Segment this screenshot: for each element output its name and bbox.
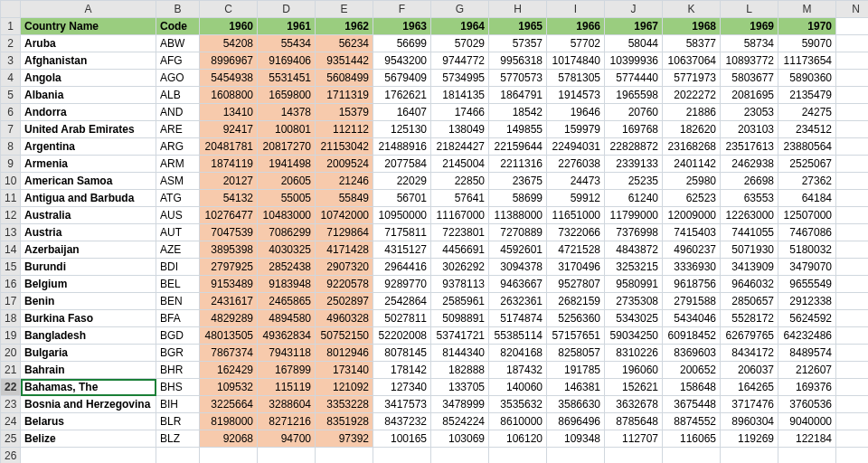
value-cell[interactable]: 10950000 bbox=[373, 207, 431, 224]
row-header-21[interactable]: 21 bbox=[1, 362, 21, 379]
header-cell[interactable]: Code bbox=[156, 18, 200, 35]
country-name-cell[interactable]: Bahrain bbox=[21, 362, 156, 379]
value-cell[interactable]: 64184 bbox=[778, 190, 836, 207]
value-cell[interactable]: 173140 bbox=[316, 362, 373, 379]
value-cell[interactable]: 103069 bbox=[431, 430, 489, 448]
value-cell[interactable]: 23168268 bbox=[663, 138, 721, 156]
value-cell[interactable]: 59912 bbox=[547, 190, 605, 207]
header-cell[interactable]: 1967 bbox=[605, 18, 663, 35]
value-cell[interactable]: 5679409 bbox=[373, 70, 431, 87]
value-cell[interactable]: 4960237 bbox=[663, 241, 721, 259]
value-cell[interactable]: 9580991 bbox=[605, 276, 663, 293]
value-cell[interactable]: 9351442 bbox=[316, 52, 373, 70]
value-cell[interactable]: 57641 bbox=[431, 190, 489, 207]
value-cell[interactable]: 23053 bbox=[721, 104, 778, 121]
value-cell[interactable]: 7175811 bbox=[373, 224, 431, 241]
value-cell[interactable]: 5180032 bbox=[778, 241, 836, 259]
value-cell[interactable]: 62679765 bbox=[721, 327, 778, 345]
value-cell[interactable]: 9220578 bbox=[316, 276, 373, 293]
value-cell[interactable]: 10174840 bbox=[547, 52, 605, 70]
value-cell[interactable]: 19646 bbox=[547, 104, 605, 121]
value-cell[interactable]: 1914573 bbox=[547, 87, 605, 104]
value-cell[interactable]: 3675448 bbox=[663, 396, 721, 413]
value-cell[interactable]: 152621 bbox=[605, 379, 663, 396]
spreadsheet-grid[interactable]: ABCDEFGHIJKLMN1Country NameCode196019611… bbox=[0, 0, 868, 463]
value-cell[interactable]: 14378 bbox=[258, 104, 316, 121]
row-header-18[interactable]: 18 bbox=[1, 310, 21, 327]
country-code-cell[interactable]: ALB bbox=[156, 87, 200, 104]
value-cell[interactable]: 23517613 bbox=[721, 138, 778, 156]
cell-blank[interactable] bbox=[836, 241, 869, 259]
row-header-3[interactable]: 3 bbox=[1, 52, 21, 70]
value-cell[interactable]: 212607 bbox=[778, 362, 836, 379]
value-cell[interactable]: 9463667 bbox=[489, 276, 547, 293]
value-cell[interactable]: 2542864 bbox=[373, 293, 431, 310]
value-cell[interactable]: 92417 bbox=[200, 121, 258, 138]
value-cell[interactable]: 8271216 bbox=[258, 413, 316, 430]
cell-blank[interactable] bbox=[200, 448, 258, 464]
country-name-cell[interactable]: American Samoa bbox=[21, 173, 156, 190]
value-cell[interactable]: 24473 bbox=[547, 173, 605, 190]
value-cell[interactable]: 4894580 bbox=[258, 310, 316, 327]
country-code-cell[interactable]: BLR bbox=[156, 413, 200, 430]
value-cell[interactable]: 200652 bbox=[663, 362, 721, 379]
row-header-23[interactable]: 23 bbox=[1, 396, 21, 413]
value-cell[interactable]: 56234 bbox=[316, 35, 373, 52]
value-cell[interactable]: 22850 bbox=[431, 173, 489, 190]
cell-blank[interactable] bbox=[836, 276, 869, 293]
country-code-cell[interactable]: ATG bbox=[156, 190, 200, 207]
country-code-cell[interactable]: BHR bbox=[156, 362, 200, 379]
country-code-cell[interactable]: BFA bbox=[156, 310, 200, 327]
value-cell[interactable]: 8310226 bbox=[605, 345, 663, 362]
value-cell[interactable]: 3170496 bbox=[547, 259, 605, 276]
value-cell[interactable]: 5531451 bbox=[258, 70, 316, 87]
value-cell[interactable]: 4843872 bbox=[605, 241, 663, 259]
value-cell[interactable]: 234512 bbox=[778, 121, 836, 138]
value-cell[interactable]: 5256360 bbox=[547, 310, 605, 327]
row-header-20[interactable]: 20 bbox=[1, 345, 21, 362]
value-cell[interactable]: 58699 bbox=[489, 190, 547, 207]
value-cell[interactable]: 22159644 bbox=[489, 138, 547, 156]
value-cell[interactable]: 5781305 bbox=[547, 70, 605, 87]
value-cell[interactable]: 9527807 bbox=[547, 276, 605, 293]
value-cell[interactable]: 140060 bbox=[489, 379, 547, 396]
country-name-cell[interactable]: Argentina bbox=[21, 138, 156, 156]
value-cell[interactable]: 20481781 bbox=[200, 138, 258, 156]
cell-blank[interactable] bbox=[836, 138, 869, 156]
value-cell[interactable]: 2145004 bbox=[431, 156, 489, 173]
row-header-1[interactable]: 1 bbox=[1, 18, 21, 35]
value-cell[interactable]: 3026292 bbox=[431, 259, 489, 276]
value-cell[interactable]: 7415403 bbox=[663, 224, 721, 241]
value-cell[interactable]: 20760 bbox=[605, 104, 663, 121]
value-cell[interactable]: 9646032 bbox=[721, 276, 778, 293]
value-cell[interactable]: 21488916 bbox=[373, 138, 431, 156]
value-cell[interactable]: 57357 bbox=[489, 35, 547, 52]
country-name-cell[interactable]: United Arab Emirates bbox=[21, 121, 156, 138]
cell-blank[interactable] bbox=[836, 70, 869, 87]
value-cell[interactable]: 5803677 bbox=[721, 70, 778, 87]
value-cell[interactable]: 5771973 bbox=[663, 70, 721, 87]
value-cell[interactable]: 58377 bbox=[663, 35, 721, 52]
value-cell[interactable]: 2632361 bbox=[489, 293, 547, 310]
value-cell[interactable]: 5343025 bbox=[605, 310, 663, 327]
cell-blank[interactable] bbox=[258, 448, 316, 464]
value-cell[interactable]: 5774440 bbox=[605, 70, 663, 87]
country-name-cell[interactable]: Andorra bbox=[21, 104, 156, 121]
value-cell[interactable]: 15379 bbox=[316, 104, 373, 121]
row-header-17[interactable]: 17 bbox=[1, 293, 21, 310]
value-cell[interactable]: 9655549 bbox=[778, 276, 836, 293]
value-cell[interactable]: 25235 bbox=[605, 173, 663, 190]
value-cell[interactable]: 3225664 bbox=[200, 396, 258, 413]
country-code-cell[interactable]: AND bbox=[156, 104, 200, 121]
value-cell[interactable]: 55849 bbox=[316, 190, 373, 207]
value-cell[interactable]: 2797925 bbox=[200, 259, 258, 276]
value-cell[interactable]: 9618756 bbox=[663, 276, 721, 293]
value-cell[interactable]: 133705 bbox=[431, 379, 489, 396]
value-cell[interactable]: 55005 bbox=[258, 190, 316, 207]
value-cell[interactable]: 2081695 bbox=[721, 87, 778, 104]
value-cell[interactable]: 4315127 bbox=[373, 241, 431, 259]
value-cell[interactable]: 2682159 bbox=[547, 293, 605, 310]
country-name-cell[interactable]: Bosnia and Herzegovina bbox=[21, 396, 156, 413]
value-cell[interactable]: 182888 bbox=[431, 362, 489, 379]
value-cell[interactable]: 10893772 bbox=[721, 52, 778, 70]
